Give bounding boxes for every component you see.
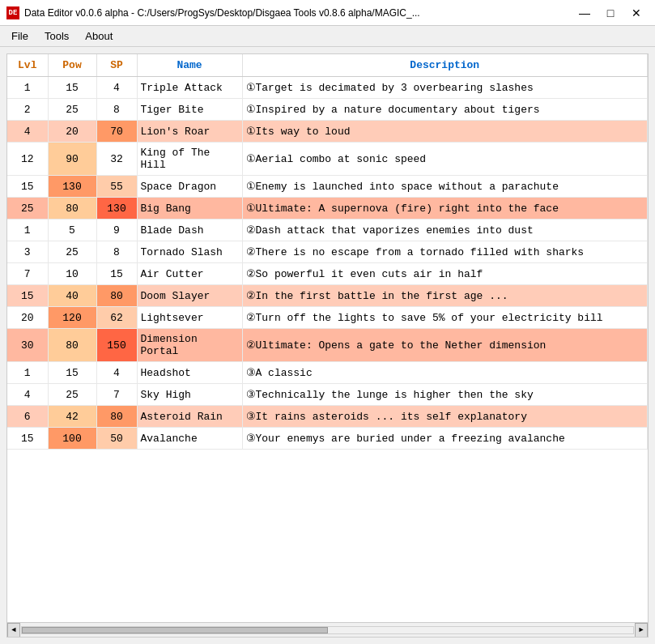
cell-desc: ②In the first battle in the first age ..…	[242, 285, 648, 307]
cell-desc: ②Turn off the lights to save 5% of your …	[242, 307, 648, 329]
cell-sp: 8	[96, 99, 137, 121]
cell-lvl: 15	[7, 285, 48, 307]
cell-desc: ③It rains asteroids ... its self explana…	[242, 406, 648, 428]
cell-pow: 25	[48, 99, 96, 121]
col-header-pow: Pow	[48, 54, 96, 77]
table-row[interactable]: 42070Lion's Roar①Its way to loud	[7, 121, 648, 143]
close-button[interactable]: ✕	[624, 4, 649, 22]
table-row[interactable]: 159Blade Dash②Dash attack that vaporizes…	[7, 220, 648, 241]
table-row[interactable]: 1154Headshot③A classic	[7, 362, 648, 384]
maximize-button[interactable]: □	[598, 4, 623, 22]
scroll-thumb[interactable]	[22, 627, 328, 633]
cell-pow: 15	[48, 77, 96, 99]
cell-name: Dimension Portal	[137, 329, 242, 362]
table-row[interactable]: 129032King of The Hill①Aerial combo at s…	[7, 143, 648, 176]
table-row[interactable]: 1510050Avalanche③Your enemys are buried …	[7, 428, 648, 450]
table-header-row: Lvl Pow SP Name Description	[7, 54, 648, 77]
cell-name: Headshot	[137, 362, 242, 384]
cell-sp: 7	[96, 384, 137, 406]
cell-sp: 4	[96, 77, 137, 99]
cell-desc: ①Aerial combo at sonic speed	[242, 143, 648, 176]
cell-pow: 100	[48, 428, 96, 450]
cell-desc: ②Ultimate: Opens a gate to the Nether di…	[242, 329, 648, 362]
table-row[interactable]: 2580130Big Bang①Ultimate: A supernova (f…	[7, 198, 648, 220]
table-row[interactable]: 1154Triple Attack①Target is decimated by…	[7, 77, 648, 99]
scroll-left-button[interactable]: ◄	[7, 623, 20, 638]
cell-desc: ②So powerful it even cuts air in half	[242, 263, 648, 285]
cell-pow: 25	[48, 384, 96, 406]
cell-name: Lion's Roar	[137, 121, 242, 143]
cell-desc: ③Technically the lunge is higher then th…	[242, 384, 648, 406]
horizontal-scrollbar[interactable]: ◄ ►	[7, 622, 648, 637]
cell-name: Tornado Slash	[137, 241, 242, 263]
table-row[interactable]: 2012062Lightsever②Turn off the lights to…	[7, 307, 648, 329]
cell-name: Big Bang	[137, 198, 242, 220]
cell-lvl: 30	[7, 329, 48, 362]
cell-name: King of The Hill	[137, 143, 242, 176]
cell-sp: 4	[96, 362, 137, 384]
cell-desc: ③A classic	[242, 362, 648, 384]
scroll-right-button[interactable]: ►	[635, 623, 648, 638]
cell-lvl: 20	[7, 307, 48, 329]
cell-lvl: 4	[7, 384, 48, 406]
cell-sp: 9	[96, 220, 137, 241]
cell-name: Doom Slayer	[137, 285, 242, 307]
cell-sp: 55	[96, 176, 137, 198]
cell-pow: 10	[48, 263, 96, 285]
table-row[interactable]: 2258Tiger Bite①Inspired by a nature docu…	[7, 99, 648, 121]
cell-lvl: 3	[7, 241, 48, 263]
cell-name: Triple Attack	[137, 77, 242, 99]
cell-lvl: 1	[7, 77, 48, 99]
cell-lvl: 12	[7, 143, 48, 176]
table-row[interactable]: 154080Doom Slayer②In the first battle in…	[7, 285, 648, 307]
cell-desc: ③Your enemys are buried under a freezing…	[242, 428, 648, 450]
table-row[interactable]: 3080150Dimension Portal②Ultimate: Opens …	[7, 329, 648, 362]
cell-desc: ①Target is decimated by 3 overbearing sl…	[242, 77, 648, 99]
cell-desc: ②Dash attack that vaporizes enemies into…	[242, 220, 648, 241]
cell-sp: 150	[96, 329, 137, 362]
table-row[interactable]: 3258Tornado Slash②There is no escape fro…	[7, 241, 648, 263]
cell-name: Blade Dash	[137, 220, 242, 241]
minimize-button[interactable]: —	[572, 4, 597, 22]
cell-name: Tiger Bite	[137, 99, 242, 121]
table-row[interactable]: 64280Asteroid Rain③It rains asteroids ..…	[7, 406, 648, 428]
app-icon: DE	[6, 6, 19, 19]
cell-pow: 40	[48, 285, 96, 307]
col-header-lvl: Lvl	[7, 54, 48, 77]
menu-item-file[interactable]: File	[3, 28, 36, 44]
window-controls: — □ ✕	[572, 4, 649, 22]
cell-lvl: 1	[7, 220, 48, 241]
cell-pow: 20	[48, 121, 96, 143]
scroll-area[interactable]: Lvl Pow SP Name Description 1154Triple A…	[7, 54, 648, 622]
cell-sp: 8	[96, 241, 137, 263]
data-table: Lvl Pow SP Name Description 1154Triple A…	[7, 54, 648, 450]
cell-pow: 80	[48, 329, 96, 362]
title-bar: DE Data Editor v0.0.6 alpha - C:/Users/P…	[0, 0, 655, 26]
col-header-desc: Description	[242, 54, 648, 77]
cell-lvl: 4	[7, 121, 48, 143]
table-row[interactable]: 1513055Space Dragon①Enemy is launched in…	[7, 176, 648, 198]
cell-sp: 32	[96, 143, 137, 176]
cell-lvl: 2	[7, 99, 48, 121]
cell-pow: 130	[48, 176, 96, 198]
cell-pow: 15	[48, 362, 96, 384]
cell-pow: 90	[48, 143, 96, 176]
menu-item-about[interactable]: About	[77, 28, 121, 44]
scroll-track[interactable]	[21, 626, 634, 634]
cell-sp: 15	[96, 263, 137, 285]
cell-desc: ①Enemy is launched into space without a …	[242, 176, 648, 198]
table-row[interactable]: 71015Air Cutter②So powerful it even cuts…	[7, 263, 648, 285]
cell-sp: 50	[96, 428, 137, 450]
menu-item-tools[interactable]: Tools	[36, 28, 77, 44]
cell-pow: 25	[48, 241, 96, 263]
cell-name: Space Dragon	[137, 176, 242, 198]
cell-pow: 120	[48, 307, 96, 329]
cell-lvl: 15	[7, 428, 48, 450]
cell-name: Avalanche	[137, 428, 242, 450]
table-row[interactable]: 4257Sky High③Technically the lunge is hi…	[7, 384, 648, 406]
window-title: Data Editor v0.0.6 alpha - C:/Users/Prog…	[24, 7, 420, 19]
cell-lvl: 25	[7, 198, 48, 220]
cell-pow: 80	[48, 198, 96, 220]
cell-lvl: 6	[7, 406, 48, 428]
menu-bar: File Tools About	[0, 26, 655, 47]
